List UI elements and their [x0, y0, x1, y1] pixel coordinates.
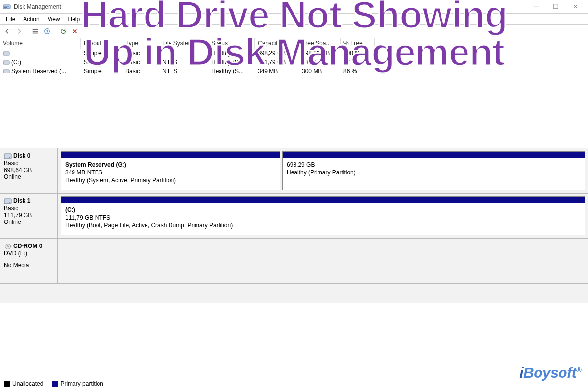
toolbar-separator	[27, 27, 27, 36]
toolbar-separator	[55, 27, 55, 36]
partition-container	[58, 239, 588, 283]
disk-row: Disk 0Basic698,64 GBOnlineSystem Reserve…	[0, 148, 588, 194]
partition-container: System Reserved (G:)349 MB NTFSHealthy (…	[58, 148, 588, 193]
legend-unallocated: Unallocated	[4, 380, 43, 387]
drive-icon	[3, 59, 10, 66]
disk-row: Disk 1Basic111,79 GBOnline(C:)111,79 GB …	[0, 194, 588, 239]
forward-icon[interactable]	[14, 26, 24, 37]
partition[interactable]: System Reserved (G:)349 MB NTFSHealthy (…	[61, 151, 280, 190]
col-pctfree[interactable]: % Free	[341, 38, 375, 49]
partition-header-bar	[283, 152, 585, 158]
menu-action[interactable]: Action	[19, 15, 43, 24]
disk-row: CD-ROM 0DVD (E:)No Media	[0, 239, 588, 284]
svg-rect-3	[33, 29, 38, 30]
maximize-button[interactable]: ☐	[546, 1, 565, 13]
col-capacity[interactable]: Capacity	[255, 38, 299, 49]
col-freespace[interactable]: Free Spa...	[299, 38, 341, 49]
titlebar: Disk Management ─ ☐ ✕	[0, 0, 588, 14]
volume-list-header: Volume Layout Type File System Status Ca…	[0, 38, 588, 49]
partition-container: (C:)111,79 GB NTFSHealthy (Boot, Page Fi…	[58, 194, 588, 238]
empty-row	[0, 284, 588, 303]
partition[interactable]: 698,29 GBHealthy (Primary Partition)	[282, 151, 585, 190]
svg-point-17	[9, 202, 10, 203]
svg-rect-16	[4, 199, 11, 204]
menu-file[interactable]: File	[2, 15, 19, 24]
volume-row[interactable]: SimpleBasicHealthy (...698,29 GB698,29 G…	[0, 49, 588, 58]
svg-rect-0	[3, 5, 10, 9]
disk-management-icon	[3, 3, 11, 11]
legend-primary: Primary partition	[52, 380, 103, 387]
svg-rect-1	[4, 6, 9, 7]
menu-view[interactable]: View	[44, 15, 64, 24]
menu-help[interactable]: Help	[64, 15, 84, 24]
window-controls: ─ ☐ ✕	[526, 1, 585, 13]
volume-row[interactable]: System Reserved (...SimpleBasicNTFSHealt…	[0, 67, 588, 75]
refresh-icon[interactable]	[58, 26, 69, 37]
disk-label[interactable]: CD-ROM 0DVD (E:)No Media	[0, 239, 58, 283]
svg-rect-13	[4, 71, 9, 71]
partition-header-bar	[61, 197, 585, 203]
volume-row[interactable]: (C:)SimpleBasicNTFSHealthy (B...111,79 G…	[0, 58, 588, 67]
svg-rect-2	[4, 7, 7, 8]
svg-point-15	[9, 157, 10, 158]
col-layout[interactable]: Layout	[81, 38, 122, 49]
list-icon[interactable]	[30, 26, 41, 37]
window-title: Disk Management	[14, 3, 61, 10]
svg-rect-14	[4, 154, 11, 159]
svg-rect-10	[3, 61, 9, 64]
disk-map: Disk 0Basic698,64 GBOnlineSystem Reserve…	[0, 148, 588, 303]
disk-label[interactable]: Disk 1Basic111,79 GBOnline	[0, 194, 58, 238]
back-icon[interactable]	[2, 26, 13, 37]
svg-rect-4	[33, 31, 38, 32]
cd-icon	[4, 243, 12, 250]
svg-point-19	[7, 245, 9, 247]
svg-rect-5	[33, 32, 38, 33]
col-volume[interactable]: Volume	[0, 38, 81, 49]
svg-text:?: ?	[46, 29, 49, 33]
svg-rect-9	[4, 53, 9, 53]
drive-icon	[3, 68, 10, 74]
partition-header-bar	[61, 152, 280, 158]
help-icon[interactable]: ?	[42, 26, 52, 37]
menubar: File Action View Help	[0, 14, 588, 24]
minimize-button[interactable]: ─	[526, 1, 546, 13]
hdd-icon	[4, 153, 12, 160]
svg-rect-8	[3, 52, 9, 55]
hdd-icon	[4, 198, 12, 205]
partition[interactable]: (C:)111,79 GB NTFSHealthy (Boot, Page Fi…	[61, 196, 585, 235]
col-status[interactable]: Status	[208, 38, 255, 49]
svg-rect-12	[3, 70, 9, 73]
svg-rect-11	[4, 62, 9, 62]
col-filesystem[interactable]: File System	[159, 38, 208, 49]
drive-icon	[3, 50, 10, 57]
col-type[interactable]: Type	[122, 38, 159, 49]
delete-icon[interactable]	[70, 26, 80, 37]
disk-label[interactable]: Disk 0Basic698,64 GBOnline	[0, 148, 58, 193]
toolbar: ?	[0, 24, 588, 38]
close-button[interactable]: ✕	[565, 1, 585, 13]
legend: Unallocated Primary partition	[0, 378, 588, 389]
volume-list[interactable]: Volume Layout Type File System Status Ca…	[0, 38, 588, 148]
